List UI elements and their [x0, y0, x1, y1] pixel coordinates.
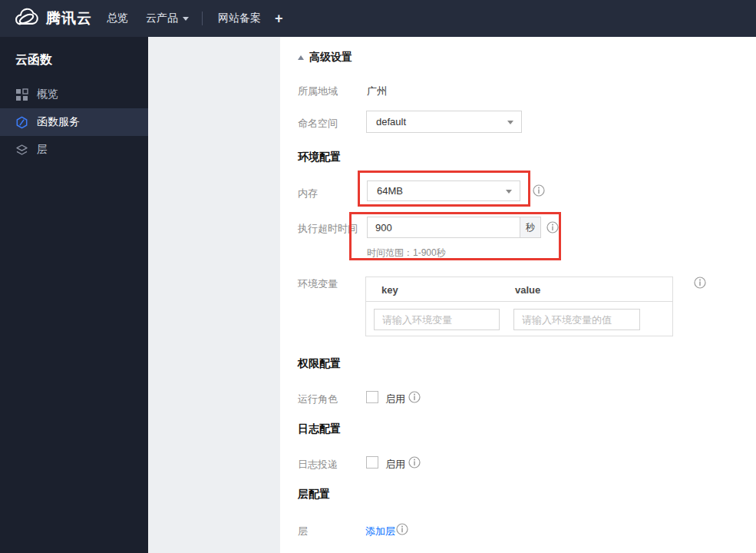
memory-select[interactable]: 64MB: [367, 180, 520, 201]
layer-label: 层: [298, 525, 308, 538]
layer-info-icon[interactable]: [396, 523, 408, 535]
sidebar-item-label: 函数服务: [37, 115, 80, 129]
memory-label: 内存: [298, 187, 318, 200]
timeout-info-icon[interactable]: [546, 221, 559, 233]
nav-item-cloud-products[interactable]: 云产品: [146, 0, 189, 37]
envvars-table: key value: [365, 276, 673, 336]
section-permission-config: 权限配置: [298, 357, 341, 371]
run-role-label: 运行角色: [298, 392, 338, 406]
sidebar-item-overview[interactable]: 概览: [0, 81, 148, 108]
envvar-key-input[interactable]: [374, 309, 500, 330]
region-value: 广州: [367, 84, 387, 98]
grid-icon: [15, 88, 28, 101]
sidebar-product-title: 云函数: [0, 37, 148, 80]
sidebar: 云函数 概览 函数服务 层: [0, 37, 148, 553]
envvars-value-header: value: [515, 284, 540, 296]
triangle-up-icon: [298, 55, 304, 60]
cloud-logo-icon: [12, 7, 40, 30]
timeout-hint: 时间范围：1-900秒: [367, 247, 446, 260]
chevron-down-icon: [507, 121, 513, 124]
section-log-config: 日志配置: [298, 422, 341, 436]
log-ship-label: 日志投递: [298, 458, 338, 472]
region-label: 所属地域: [298, 84, 338, 98]
section-env-config: 环境配置: [298, 151, 341, 164]
chevron-down-icon: [183, 17, 189, 21]
nav-add-tab-button[interactable]: +: [275, 0, 283, 37]
envvars-label: 环境变量: [298, 277, 338, 291]
advanced-settings-toggle[interactable]: 高级设置: [298, 51, 352, 65]
function-config-form: 高级设置 所属地域 广州 命名空间 default 环境配置 内存 64MB 执…: [280, 37, 756, 553]
add-layer-link[interactable]: 添加层: [365, 525, 395, 538]
collapsed-list-pane: [148, 37, 280, 553]
tencent-cloud-logo[interactable]: 腾讯云: [12, 7, 92, 30]
sidebar-item-label: 层: [37, 143, 48, 157]
sidebar-item-function-service[interactable]: 函数服务: [0, 108, 148, 136]
envvars-key-header: key: [381, 284, 398, 296]
timeout-unit-suffix: 秒: [520, 217, 541, 238]
nav-item-website-icp[interactable]: 网站备案: [218, 0, 261, 37]
layers-icon: [15, 144, 28, 157]
timeout-label: 执行超时时间: [298, 222, 358, 236]
run-role-enable-checkbox[interactable]: [366, 391, 378, 403]
scf-hexagon-icon: [15, 116, 28, 129]
envvars-table-row: [366, 302, 672, 336]
run-role-enable-label: 启用: [385, 392, 405, 406]
log-ship-info-icon[interactable]: [408, 456, 421, 469]
log-ship-enable-checkbox[interactable]: [366, 456, 378, 469]
nav-divider: [202, 12, 203, 25]
envvars-table-header: key value: [366, 277, 672, 302]
namespace-select[interactable]: default: [366, 111, 522, 133]
envvars-info-icon[interactable]: [694, 276, 706, 289]
memory-info-icon[interactable]: [533, 184, 545, 197]
brand-name: 腾讯云: [46, 8, 92, 28]
top-navbar: 腾讯云 总览 云产品 网站备案 +: [0, 0, 756, 37]
section-layer-config: 层配置: [298, 488, 330, 502]
sidebar-item-layers[interactable]: 层: [0, 136, 148, 164]
log-ship-enable-label: 启用: [385, 458, 405, 472]
chevron-down-icon: [506, 190, 512, 194]
sidebar-item-label: 概览: [37, 88, 58, 101]
nav-item-overview[interactable]: 总览: [107, 0, 128, 37]
envvar-value-input[interactable]: [513, 309, 640, 330]
timeout-input[interactable]: [367, 217, 520, 238]
namespace-label: 命名空间: [298, 117, 338, 131]
run-role-info-icon[interactable]: [408, 391, 421, 403]
